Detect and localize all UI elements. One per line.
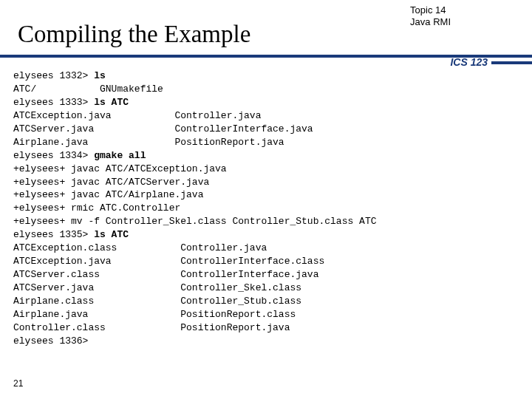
header-rule-right	[491, 61, 532, 64]
course-label: ICS 123	[450, 56, 488, 68]
page-title: Compiling the Example	[18, 21, 250, 48]
output-line: ATC/ GNUmakefile	[13, 83, 163, 95]
output-line: ATCException.class Controller.java	[13, 242, 267, 253]
command: ls ATC	[94, 229, 129, 240]
output-line: elysees 1336>	[13, 335, 88, 347]
output-line: Airplane.java PositionReport.java	[13, 137, 284, 148]
output-line: ATCException.java Controller.java	[13, 110, 261, 121]
output-line: +elysees+ javac ATC/Airplane.java	[13, 189, 203, 200]
output-line: +elysees+ javac ATC/ATCException.java	[13, 163, 227, 174]
output-line: ATCServer.java ControllerInterface.java	[13, 123, 313, 134]
prompt: elysees 1335>	[13, 229, 94, 240]
page-number: 21	[13, 378, 23, 389]
prompt: elysees 1332>	[13, 70, 94, 81]
topic-label: Topic 14 Java RMI	[410, 4, 451, 27]
output-line: ATCServer.java Controller_Skel.class	[13, 282, 301, 293]
prompt: elysees 1333>	[13, 97, 94, 108]
command: ls ATC	[94, 97, 129, 108]
output-line: ATCException.java ControllerInterface.cl…	[13, 256, 324, 267]
terminal-output: elysees 1332> ls ATC/ GNUmakefile elysee…	[13, 69, 376, 348]
output-line: Airplane.java PositionReport.class	[13, 309, 296, 320]
output-line: ATCServer.class ControllerInterface.java	[13, 269, 318, 280]
output-line: +elysees+ javac ATC/ATCServer.java	[13, 177, 209, 188]
output-line: +elysees+ rmic ATC.Controller	[13, 202, 180, 214]
command: ls	[94, 70, 106, 81]
topic-line-1: Topic 14	[410, 4, 451, 16]
prompt: elysees 1334>	[13, 150, 94, 161]
output-line: Airplane.class Controller_Stub.class	[13, 296, 301, 307]
output-line: Controller.class PositionReport.java	[13, 322, 290, 333]
output-line: +elysees+ mv -f Controller_Skel.class Co…	[13, 216, 376, 227]
topic-line-2: Java RMI	[410, 16, 451, 28]
command: gmake all	[94, 150, 146, 161]
